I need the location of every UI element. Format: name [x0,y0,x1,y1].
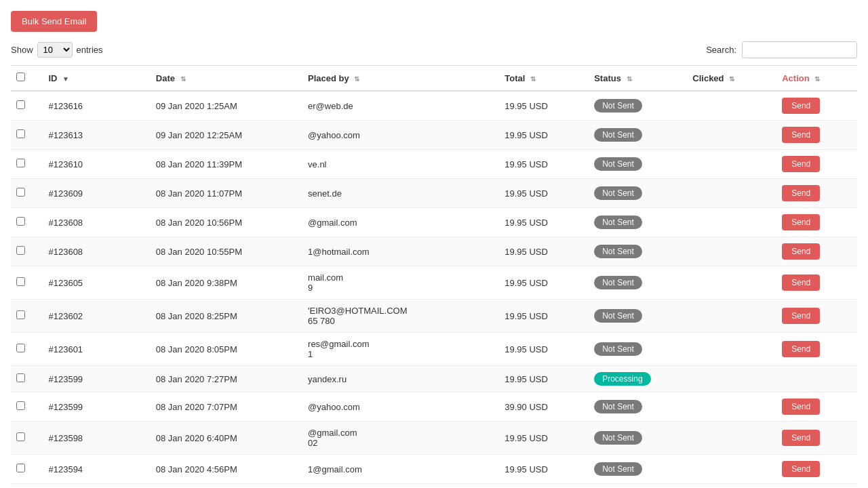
row-checkbox[interactable] [16,246,25,255]
cell-date: 08 Jan 2020 8:25PM [151,300,302,333]
row-checkbox[interactable] [16,401,25,410]
cell-id: #123608 [43,208,150,237]
cell-total: 39.90 USD [499,392,589,422]
send-button[interactable]: Send [782,341,820,357]
header-total[interactable]: Total ⇅ [499,66,589,92]
cell-placed-by: er@web.de [302,91,499,121]
cell-status: Not Sent [589,455,687,484]
cell-id: #123599 [43,392,150,422]
cell-status: Processing [589,366,687,392]
header-action[interactable]: Action ⇅ [776,66,857,92]
search-input[interactable] [742,41,857,58]
cell-date: 09 Jan 2020 1:25AM [151,91,302,121]
cell-status: Not Sent [589,91,687,121]
cell-clicked [687,266,776,300]
cell-action: Send [776,300,857,333]
cell-id: #123610 [43,150,150,179]
cell-placed-by: mail.com 9 [302,266,499,300]
send-button[interactable]: Send [782,127,820,143]
cell-status: Not Sent [589,333,687,366]
cell-status: Not Sent [589,300,687,333]
row-checkbox[interactable] [16,217,25,226]
row-checkbox[interactable] [16,310,25,319]
page-wrapper: Bulk Send Email Show 10 25 50 100 entrie… [0,0,868,488]
header-status[interactable]: Status ⇅ [589,66,687,92]
entries-select[interactable]: 10 25 50 100 [37,42,73,58]
cell-date: 08 Jan 2020 7:07PM [151,392,302,422]
row-checkbox[interactable] [16,129,25,138]
send-button[interactable]: Send [782,461,820,477]
status-badge: Not Sent [594,99,642,113]
send-button[interactable]: Send [782,214,820,230]
table-row: #12359908 Jan 2020 7:27PMyandex.ru19.95 … [11,366,857,392]
row-checkbox[interactable] [16,188,25,197]
table-row: #12359908 Jan 2020 7:07PM@yahoo.com39.90… [11,392,857,422]
row-checkbox[interactable] [16,100,25,109]
status-badge: Not Sent [594,186,642,200]
status-badge: Not Sent [594,216,642,229]
bulk-send-button[interactable]: Bulk Send Email [11,11,97,32]
cell-clicked [687,237,776,266]
table-row: #12360208 Jan 2020 8:25PM'EIRO3@HOTMAIL.… [11,300,857,333]
row-checkbox[interactable] [16,432,25,441]
cell-status: Not Sent [589,237,687,266]
cell-action: Send [776,150,857,179]
cell-date: 08 Jan 2020 7:27PM [151,366,302,392]
cell-status: Not Sent [589,422,687,455]
send-button[interactable]: Send [782,274,820,291]
cell-action: Send [776,121,857,150]
date-sort-icon: ⇅ [180,75,186,83]
send-button[interactable]: Send [782,308,820,324]
cell-id: #123616 [43,91,150,121]
table-row: #12360808 Jan 2020 10:56PM@gmail.com19.9… [11,208,857,237]
send-button[interactable]: Send [782,243,820,260]
status-badge: Not Sent [594,276,642,289]
table-row: #12359808 Jan 2020 6:40PM@gmail.com 0219… [11,422,857,455]
table-row: #12359408 Jan 2020 4:56PM1@gmail.com19.9… [11,455,857,484]
status-badge: Not Sent [594,462,642,476]
send-button[interactable]: Send [782,98,820,114]
header-checkbox[interactable] [11,66,43,92]
table-row: #12360108 Jan 2020 8:05PMres@gmail.com 1… [11,333,857,366]
cell-action: Send [776,455,857,484]
cell-total: 19.95 USD [499,333,589,366]
row-checkbox[interactable] [16,464,25,472]
table-row: #12361008 Jan 2020 11:39PMve.nl19.95 USD… [11,150,857,179]
table-row: #12361309 Jan 2020 12:25AM@yahoo.com19.9… [11,121,857,150]
table-header-row: ID ▼ Date ⇅ Placed by ⇅ Total ⇅ Status ⇅… [11,66,857,92]
select-all-checkbox[interactable] [16,73,25,81]
header-placed-by[interactable]: Placed by ⇅ [302,66,499,92]
cell-id: #123602 [43,300,150,333]
status-badge: Not Sent [594,128,642,142]
cell-placed-by: res@gmail.com 1 [302,333,499,366]
row-checkbox[interactable] [16,344,25,352]
cell-total: 19.95 USD [499,91,589,121]
status-badge: Not Sent [594,309,642,323]
cell-status: Not Sent [589,392,687,422]
cell-placed-by: 'EIRO3@HOTMAIL.COM 65 780 [302,300,499,333]
cell-status: Not Sent [589,179,687,208]
id-sort-icon: ▼ [62,75,69,83]
cell-total: 19.95 USD [499,150,589,179]
cell-id: #123613 [43,121,150,150]
cell-placed-by: senet.de [302,179,499,208]
header-id[interactable]: ID ▼ [43,66,150,92]
header-clicked[interactable]: Clicked ⇅ [687,66,776,92]
cell-placed-by: @gmail.com [302,208,499,237]
status-badge: Not Sent [594,157,642,171]
cell-total: 19.95 USD [499,208,589,237]
status-badge: Processing [594,372,650,386]
cell-status: Not Sent [589,266,687,300]
send-button[interactable]: Send [782,185,820,201]
send-button[interactable]: Send [782,430,820,446]
cell-date: 08 Jan 2020 11:39PM [151,150,302,179]
header-date[interactable]: Date ⇅ [151,66,302,92]
row-checkbox[interactable] [16,373,25,382]
send-button[interactable]: Send [782,156,820,172]
action-sort-icon: ⇅ [814,75,820,83]
cell-clicked [687,121,776,150]
row-checkbox[interactable] [16,159,25,167]
send-button[interactable]: Send [782,399,820,415]
cell-action: Send [776,179,857,208]
row-checkbox[interactable] [16,277,25,286]
